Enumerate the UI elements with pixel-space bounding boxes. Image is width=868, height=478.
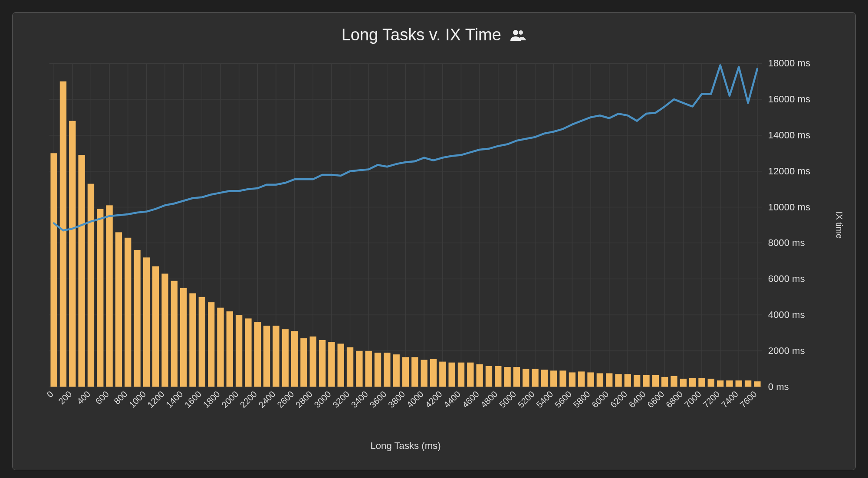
x-tick-label: 1200 (146, 389, 166, 409)
x-tick-label: 2400 (257, 389, 277, 409)
bar (411, 357, 418, 386)
bar (375, 353, 381, 387)
y-tick-label: 8000 ms (768, 237, 805, 248)
x-tick-label: 6000 (590, 389, 610, 409)
x-tick-label: 6600 (645, 389, 666, 409)
bar (365, 351, 372, 387)
svg-point-1 (519, 30, 523, 35)
bar (134, 250, 140, 387)
y-tick-label: 14000 ms (768, 130, 810, 141)
x-tick-label: 4000 (405, 389, 425, 409)
bar (152, 266, 159, 386)
bar (356, 351, 362, 387)
x-tick-label: 4600 (460, 389, 481, 409)
x-tick-label: 4800 (479, 389, 499, 409)
bar (143, 257, 150, 386)
y-tick-label: 2000 ms (768, 345, 805, 356)
bar (736, 380, 742, 386)
bar (393, 354, 400, 387)
bar (402, 357, 409, 386)
x-tick-label: 6800 (664, 389, 684, 409)
bar (125, 238, 131, 387)
x-tick-label: 5600 (553, 389, 573, 409)
x-tick-label: 1600 (183, 389, 203, 409)
x-tick-label: 2200 (238, 389, 259, 409)
bar (69, 121, 76, 387)
x-tick-label: 3400 (349, 389, 370, 409)
bar (606, 373, 612, 387)
bar (273, 326, 279, 387)
x-tick-label: 5800 (572, 389, 592, 409)
x-tick-label: 3600 (368, 389, 388, 409)
bar (661, 377, 668, 387)
bar (319, 340, 326, 387)
bar (88, 184, 94, 387)
bar (310, 337, 316, 387)
bar (504, 367, 510, 387)
bar (532, 369, 538, 386)
bar (634, 375, 640, 387)
y-tick-label: 0 ms (768, 381, 789, 392)
bar (115, 232, 122, 386)
x-tick-label: 2600 (275, 389, 296, 409)
bar (236, 315, 242, 387)
bar (569, 373, 575, 387)
bar (671, 376, 677, 387)
bar (421, 360, 427, 387)
bar (50, 153, 57, 386)
bar (263, 326, 270, 387)
bar (208, 302, 214, 387)
users-icon (509, 29, 526, 42)
chart-svg: 0 ms2000 ms4000 ms6000 ms8000 ms10000 ms… (23, 55, 845, 457)
bar (495, 366, 501, 387)
bar (448, 363, 455, 387)
bar (227, 311, 233, 387)
bar (513, 367, 520, 387)
x-tick-label: 3000 (312, 389, 333, 409)
x-tick-label: 4200 (423, 389, 444, 409)
y-tick-label: 10000 ms (768, 202, 810, 213)
x-tick-label: 5400 (534, 389, 555, 409)
x-tick-label: 600 (94, 389, 111, 406)
bar (745, 380, 751, 386)
bar (717, 380, 723, 386)
bar (550, 370, 557, 386)
y-tick-label: 6000 ms (768, 273, 805, 284)
bar (698, 378, 705, 387)
x-tick-label: 1000 (127, 389, 148, 409)
bar (643, 375, 649, 387)
bar (615, 374, 621, 387)
x-tick-label: 5000 (497, 389, 518, 409)
bar (217, 308, 224, 386)
chart-title: Long Tasks v. IX Time (342, 26, 501, 44)
bar (689, 378, 696, 387)
bar (754, 381, 760, 386)
bar (458, 363, 464, 387)
x-tick-label: 5200 (516, 389, 536, 409)
bar (78, 155, 85, 386)
bar (282, 329, 289, 387)
bar (578, 371, 585, 386)
bar (486, 366, 492, 387)
bar (189, 293, 196, 386)
bar (254, 322, 261, 387)
chart-plot: 0 ms2000 ms4000 ms6000 ms8000 ms10000 ms… (23, 55, 845, 457)
x-tick-label: 400 (75, 389, 92, 406)
x-tick-label: 800 (112, 389, 129, 406)
x-tick-label: 200 (56, 389, 73, 406)
bar (597, 373, 603, 387)
y-tick-label: 16000 ms (768, 94, 810, 105)
bar (338, 344, 344, 386)
x-tick-label: 7000 (683, 389, 703, 409)
bar (680, 379, 687, 387)
y-tick-label: 12000 ms (768, 166, 810, 177)
y-tick-label: 4000 ms (768, 309, 805, 320)
bar (430, 359, 437, 386)
x-tick-label: 2800 (294, 389, 314, 409)
bar (726, 380, 733, 386)
bar (199, 297, 205, 387)
x-tick-label: 1800 (201, 389, 222, 409)
y2-axis-label: IX time (835, 212, 844, 239)
bar (328, 342, 335, 387)
bar (161, 274, 168, 387)
